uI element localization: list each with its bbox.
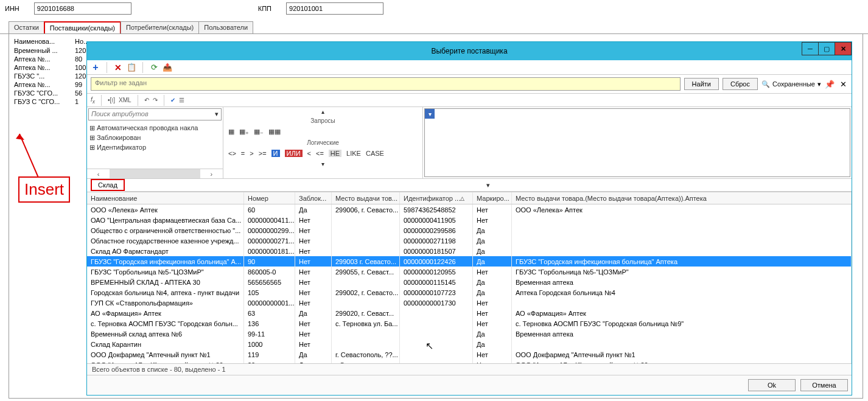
table-row[interactable]: ООО Докфармед "Аптечный пункт №1119Даг. … — [87, 349, 852, 360]
operators-panel: ▴ Запросы ▦ ▦₊ ▦₋ ▦▦ Логические <> = > >… — [223, 107, 423, 178]
tree-item[interactable]: ⊞ Заблокирован — [89, 133, 220, 142]
delete-icon[interactable]: ✕ — [113, 63, 123, 72]
cell-apt: Временная аптека — [512, 277, 852, 287]
q-icon[interactable]: ▦▦ — [268, 128, 281, 136]
expand-down-icon[interactable]: ▾ — [486, 181, 490, 189]
cell-blk: Нет — [295, 287, 332, 298]
table-row[interactable]: Областное государственное казенное учреж… — [87, 235, 852, 246]
col-location[interactable]: Место выдачи тов... — [332, 192, 400, 204]
op-neq[interactable]: <> — [228, 150, 236, 157]
tab-potrebiteli[interactable]: Потребители(склады) — [121, 21, 199, 34]
window-maximize-button[interactable]: ▢ — [818, 42, 835, 55]
q-icon[interactable]: ▦₊ — [239, 128, 249, 136]
refresh-icon[interactable]: ⟳ — [149, 63, 159, 72]
bg-col-name[interactable]: Наименова... — [14, 38, 70, 45]
table-row[interactable]: ГБУЗС "Городская инфекционная больница" … — [87, 256, 852, 267]
cell-id — [400, 318, 473, 329]
table-row[interactable]: ВРЕМЕННЫЙ СКЛАД - АПТЕКА 30565656565Нет0… — [87, 277, 852, 287]
inn-input[interactable] — [34, 2, 131, 15]
cell-mark: Да — [473, 256, 512, 267]
tab-sklad[interactable]: Склад — [91, 179, 125, 191]
table-row[interactable]: с. Терновка АОСМП ГБУЗС "Городская больн… — [87, 318, 852, 329]
op-ne[interactable]: НЕ — [329, 150, 341, 157]
table-row[interactable]: Склад Карантин1000НетДа — [87, 339, 852, 349]
op-gt[interactable]: > — [250, 150, 253, 157]
col-mark[interactable]: Маркиро... — [473, 192, 512, 204]
brackets-icon[interactable]: •[⁞] — [108, 97, 115, 103]
expression-panel[interactable]: ▾ — [424, 108, 850, 177]
op-eq[interactable]: = — [241, 150, 245, 157]
col-identifier[interactable]: Идентификатор ... — [400, 192, 473, 204]
cell-mesto: 299020, г. Севаст... — [332, 308, 400, 318]
copy-icon[interactable]: 📋 — [127, 63, 136, 72]
cell-apt — [512, 225, 852, 235]
col-blocked[interactable]: Заблок... — [295, 192, 332, 204]
check-icon[interactable]: ✔ — [170, 97, 175, 103]
kpp-label: КПП — [258, 5, 271, 12]
tab-postavshiki[interactable]: Поставщики(склады) — [44, 21, 121, 34]
cell-blk: Нет — [295, 235, 332, 246]
table-row[interactable]: Городская больница №4, аптека - пункт вы… — [87, 287, 852, 298]
find-button[interactable]: Найти — [684, 78, 719, 90]
window-minimize-button[interactable]: ─ — [802, 42, 819, 55]
cell-mesto — [332, 225, 400, 235]
cell-id: 00000000001730 — [400, 298, 473, 308]
table-row[interactable]: Временный склад аптека №699-11НетДаВреме… — [87, 329, 852, 339]
tree-item[interactable]: ⊞ Идентификатор — [89, 142, 220, 152]
op-like[interactable]: LIKE — [346, 150, 361, 157]
table-row[interactable]: ОАО "Центральная фармацевтиеская база Са… — [87, 215, 852, 225]
table-row[interactable]: Склад АО Фармстандарт00000000181...Нет00… — [87, 246, 852, 256]
attribute-tree[interactable]: ⊞ Автоматическая проводка накла ⊞ Заблок… — [87, 122, 223, 169]
col-number[interactable]: Номер — [244, 192, 295, 204]
expand-icon[interactable]: ▾ — [223, 159, 422, 169]
add-icon[interactable]: + — [91, 63, 100, 72]
col-pharmacy[interactable]: Место выдачи товара.(Место выдачи товара… — [512, 192, 852, 204]
reset-button[interactable]: Сброс — [723, 78, 758, 90]
xml-icon[interactable]: XML — [119, 97, 131, 103]
table-row[interactable]: ООО "Аптека АВ и К" аптечный пункт №2020… — [87, 360, 852, 363]
op-and[interactable]: И — [271, 150, 280, 157]
list-icon[interactable]: ☰ — [179, 97, 184, 103]
tree-item[interactable]: ⊞ Автоматическая проводка накла — [89, 123, 220, 133]
cell-num: 1000 — [244, 339, 295, 349]
redo-icon[interactable]: ↷ — [153, 97, 158, 103]
close-panel-icon[interactable]: ✕ — [838, 79, 848, 89]
dialog-button-row: Ok Отмена — [87, 375, 852, 395]
cell-mark: Да — [473, 287, 512, 298]
expression-dropdown-icon[interactable]: ▾ — [425, 109, 435, 119]
table-row[interactable]: ООО «Лелека» Аптек60Да299006, г. Севасто… — [87, 204, 852, 215]
undo-icon[interactable]: ↶ — [144, 97, 149, 103]
window-close-button[interactable]: ✕ — [835, 42, 852, 55]
op-lt[interactable]: < — [307, 150, 311, 157]
cell-mesto — [332, 246, 400, 256]
tab-polzovateli[interactable]: Пользователи — [198, 21, 253, 34]
cell-apt: ГБУЗС "Горбольница №5-"ЦОЗМиР" — [512, 267, 852, 277]
q-icon[interactable]: ▦ — [228, 128, 234, 136]
table-row[interactable]: Общество с ограниченной ответственностью… — [87, 225, 852, 235]
fx-icon[interactable]: fx — [91, 96, 95, 105]
collapse-icon[interactable]: ▴ — [223, 107, 422, 116]
table-row[interactable]: ГБУЗС "Горбольница №5-"ЦОЗМиР"860005-0Не… — [87, 267, 852, 277]
tree-scrollbar[interactable]: ‹› — [87, 169, 223, 178]
table-row[interactable]: АО «Фармация» Аптек63Да299020, г. Севаст… — [87, 308, 852, 318]
ok-button[interactable]: Ok — [748, 379, 796, 391]
op-or[interactable]: ИЛИ — [285, 150, 303, 157]
tab-ostatki[interactable]: Остатки — [9, 21, 44, 34]
col-name[interactable]: Наименование — [87, 192, 244, 204]
attribute-search-input[interactable]: Поиск атрибутов — [88, 108, 222, 120]
cell-id: 00000000411905 — [400, 215, 473, 225]
filter-input[interactable]: Фильтр не задан — [91, 77, 681, 91]
export-icon[interactable]: 📤 — [163, 63, 172, 72]
pin-icon[interactable]: 📌 — [825, 79, 835, 89]
table-row[interactable]: ГУП СК «Ставропольфармация»00000000001..… — [87, 298, 852, 308]
op-lte[interactable]: <= — [316, 150, 324, 157]
cell-mark: Нет — [473, 349, 512, 360]
cell-num: 99-11 — [244, 329, 295, 339]
kpp-input[interactable] — [286, 2, 383, 15]
q-icon[interactable]: ▦₋ — [254, 128, 264, 136]
op-case[interactable]: CASE — [366, 150, 384, 157]
cancel-button[interactable]: Отмена — [800, 379, 848, 391]
grid-body[interactable]: ООО «Лелека» Аптек60Да299006, г. Севасто… — [87, 204, 852, 363]
saved-filters-dropdown[interactable]: 🔍 Сохраненные ▾ — [761, 80, 821, 88]
op-gte[interactable]: >= — [259, 150, 267, 157]
